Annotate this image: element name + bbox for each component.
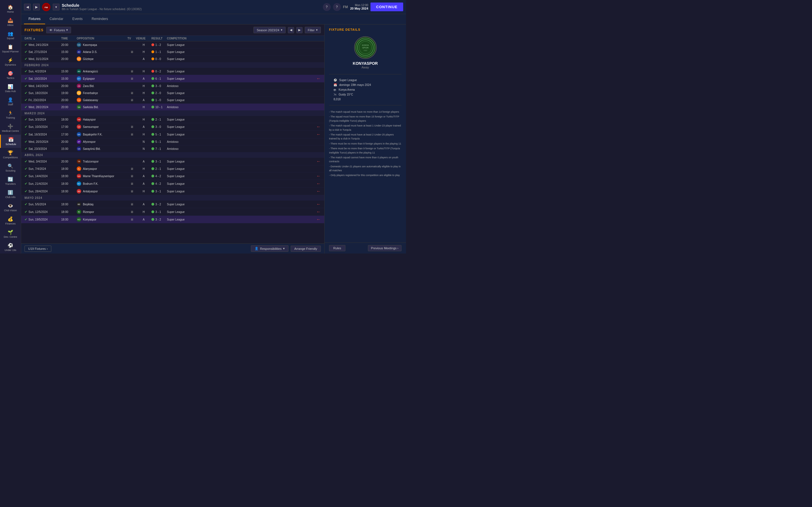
- table-row[interactable]: ✔ Sun, 4/2/2024 15:00 AN Ankaragücü 🖥 H …: [21, 68, 324, 75]
- col-result: RESULT: [151, 37, 167, 40]
- tab-reminders[interactable]: Reminders: [87, 14, 112, 24]
- sidebar-item-club-info[interactable]: ℹ️ Club Info: [0, 187, 21, 201]
- sidebar-item-under19s[interactable]: ⚽ Under 19s: [0, 240, 21, 253]
- rule-item: - The match squad must have at least 2 U…: [329, 133, 402, 141]
- table-row[interactable]: ✔ Sun, 10/3/2024 17:00 SA Samsunspor 🖥 A…: [21, 123, 324, 131]
- tv-icon: 🖥: [130, 69, 133, 73]
- question-button[interactable]: ?: [333, 3, 341, 11]
- competition-cell: Super League: [167, 99, 185, 102]
- sidebar-item-squad[interactable]: 👥 Squad: [0, 29, 21, 42]
- tv-icon: 🖥: [130, 98, 133, 102]
- venue-cell: H: [136, 92, 151, 95]
- table-row[interactable]: ✔ Sat, 27/1/2024 15:00 AD Adana D.S. 🖥 H…: [21, 48, 324, 55]
- sidebar-item-home[interactable]: 🏠 Home: [0, 2, 21, 15]
- tv-icon: 🖥: [130, 182, 133, 185]
- season-selector[interactable]: Season 2023/24 ▾: [253, 27, 285, 33]
- sidebar-item-transfers[interactable]: 🔄 Transfers: [0, 174, 21, 187]
- sidebar-item-dynamics[interactable]: ⚡ Dynamics: [0, 55, 21, 68]
- date-value: Fri, 23/2/2024: [29, 99, 46, 102]
- table-row[interactable]: ✔ Sun, 3/3/2024 18:00 HA Hatayspor H 2 -…: [21, 116, 324, 123]
- opposition-cell: BE Beşiktaş: [77, 202, 128, 207]
- sidebar-item-squad-planner[interactable]: 📋 Squad Planner: [0, 42, 21, 55]
- sidebar-item-inbox[interactable]: 📥 Inbox: [0, 15, 21, 29]
- rules-button[interactable]: Rules: [329, 245, 345, 251]
- sidebar-item-staff[interactable]: 👤 Staff: [0, 95, 21, 108]
- sidebar-item-dev-centre[interactable]: 🌱 Dev. Centre: [0, 227, 21, 240]
- table-row[interactable]: ✔ Sun, 14/4/2024 18:00 MA Mame ThiamKays…: [21, 172, 324, 180]
- tv-icon: 🖥: [130, 210, 133, 214]
- check-icon: ✔: [24, 189, 28, 193]
- table-row[interactable]: ✔ Wed, 3/4/2024 20:00 TR Trabzonspor A 3…: [21, 158, 324, 165]
- table-row[interactable]: ✔ Wed, 14/2/2024 20:00 ZA Zara Bld. H 3 …: [21, 82, 324, 90]
- nav-forward-button[interactable]: ▶: [33, 4, 40, 10]
- date-cell: ✔ Wed, 20/3/2024: [24, 140, 61, 144]
- opposition-name: Sarkisla Bld.: [83, 106, 99, 109]
- arrange-friendly-button[interactable]: Arrange Friendly: [291, 245, 321, 252]
- u19-fixtures-button[interactable]: U19 Fixtures ›: [24, 245, 51, 252]
- table-row[interactable]: ✔ Sun, 28/4/2024 18:00 AN Antalyaspor 🖥 …: [21, 187, 324, 195]
- date-cell: ✔ Sun, 3/3/2024: [24, 117, 61, 121]
- club-dropdown-button[interactable]: ▾: [53, 4, 59, 10]
- time-cell: 20:00: [61, 43, 77, 47]
- table-row[interactable]: ✔ Wed, 31/1/2024 20:00 GÖ Göztepe A 0 - …: [21, 55, 324, 62]
- tab-events[interactable]: Events: [68, 14, 87, 24]
- help-button[interactable]: ?: [323, 3, 331, 11]
- opposition-cell: MA Mame ThiamKayserispor: [77, 174, 128, 178]
- table-row[interactable]: ✔ Sat, 16/3/2024 17:00 BA Başakşehir F.K…: [21, 131, 324, 138]
- season-next-button[interactable]: ▶: [296, 27, 303, 33]
- sidebar-item-schedule[interactable]: 📅 Schedule: [0, 135, 21, 148]
- table-row[interactable]: ✔ Sun, 5/5/2024 18:00 BE Beşiktaş 🖥 A 3 …: [21, 201, 324, 208]
- tab-calendar[interactable]: Calendar: [45, 14, 68, 24]
- sidebar-item-competitions[interactable]: 🏆 Competitions: [0, 148, 21, 161]
- date-cell: ✔ Sun, 7/4/2024: [24, 167, 61, 171]
- previous-meetings-button[interactable]: Previous Meetings ›: [368, 245, 402, 251]
- table-row[interactable]: ✔ Fri, 23/2/2024 20:00 GA Galatasaray 🖥 …: [21, 97, 324, 104]
- svg-text:FM: FM: [45, 6, 48, 9]
- sidebar-item-tactics[interactable]: 🎯 Tactics: [0, 68, 21, 82]
- time-cell: 15:00: [61, 77, 77, 80]
- nav-back-button[interactable]: ◀: [24, 4, 31, 10]
- table-row[interactable]: ✔ Wed, 28/2/2024 20:00 SA Sarkisla Bld. …: [21, 104, 324, 111]
- table-row[interactable]: ✔ Sun, 19/5/2024 18:00 KO Konyaspor 🖥 A …: [21, 216, 324, 223]
- team-badge: SA: [77, 124, 81, 129]
- table-row[interactable]: ✔ Sat, 23/3/2024 15:00 SA Sarayönü Bld. …: [21, 145, 324, 152]
- table-row[interactable]: ✔ Sun, 7/4/2024 18:00 AL Alanyaspor 🖥 H …: [21, 165, 324, 172]
- result-value: 0 - 2: [155, 70, 161, 73]
- table-row[interactable]: ✔ Wed, 20/3/2024 20:00 AF Afyonspor N 5 …: [21, 138, 324, 145]
- filter-button[interactable]: Filter ▾: [305, 27, 321, 33]
- result-value: 10 - 1: [155, 106, 163, 109]
- sidebar-item-training[interactable]: 🏃 Training: [0, 108, 21, 121]
- arrow-icon: ←: [316, 189, 321, 194]
- fixtures-dropdown[interactable]: 👁 Fixtures ▾: [46, 27, 71, 33]
- responsibilities-button[interactable]: 👤 Responsibilities ▾: [251, 245, 288, 252]
- continue-button[interactable]: CONTINUE: [370, 3, 403, 11]
- table-row[interactable]: ✔ Sun, 12/5/2024 18:00 RI Rizespor 🖥 H 3…: [21, 208, 324, 216]
- date-value: Wed, 24/1/2024: [29, 43, 48, 47]
- club-badge: FM: [42, 3, 50, 11]
- table-row[interactable]: ✔ Sat, 10/2/2024 15:00 EY Eyüpspor 🖥 A 6…: [21, 75, 324, 82]
- season-prev-button[interactable]: ◀: [288, 27, 294, 33]
- tv-cell: 🖥: [128, 167, 136, 170]
- table-row[interactable]: ✔ Sun, 21/4/2024 18:00 BO Bodrum F.K. 🖥 …: [21, 180, 324, 187]
- tactics-icon: 🎯: [8, 71, 13, 76]
- time-cell: 20:00: [61, 57, 77, 61]
- time-cell: 18:00: [61, 210, 77, 214]
- result-dot: [151, 218, 154, 221]
- table-row[interactable]: ✔ Sun, 18/2/2024 19:00 FE Fenerbahçe 🖥 H…: [21, 90, 324, 97]
- sidebar-item-data-hub[interactable]: 📊 Data Hub: [0, 82, 21, 95]
- sidebar-item-medical[interactable]: ➕ Medical Centre: [0, 121, 21, 135]
- opposition-cell: BA Başakşehir F.K.: [77, 132, 128, 136]
- table-row[interactable]: ✔ Wed, 24/1/2024 20:00 KA Kasımpaşa H 1 …: [21, 41, 324, 48]
- venue-cell: N: [136, 147, 151, 151]
- sidebar-item-club-vision[interactable]: 👁️ Club Vision: [0, 201, 21, 214]
- competition-cell: Super League: [167, 203, 185, 206]
- date-value: Sun, 19/5/2024: [29, 218, 48, 221]
- result-cell: 3 - 1: [151, 190, 167, 193]
- result-cell: 3 - 1: [151, 160, 167, 163]
- result-cell: 3 - 0: [151, 84, 167, 88]
- date-cell: ✔ Sun, 14/4/2024: [24, 174, 61, 178]
- sidebar-item-scouting[interactable]: 🔍 Scouting: [0, 161, 21, 174]
- result-value: 1 - 2: [155, 43, 161, 47]
- sidebar-item-finances[interactable]: 💰 Finances: [0, 214, 21, 227]
- tab-fixtures[interactable]: Fixtures: [24, 14, 45, 24]
